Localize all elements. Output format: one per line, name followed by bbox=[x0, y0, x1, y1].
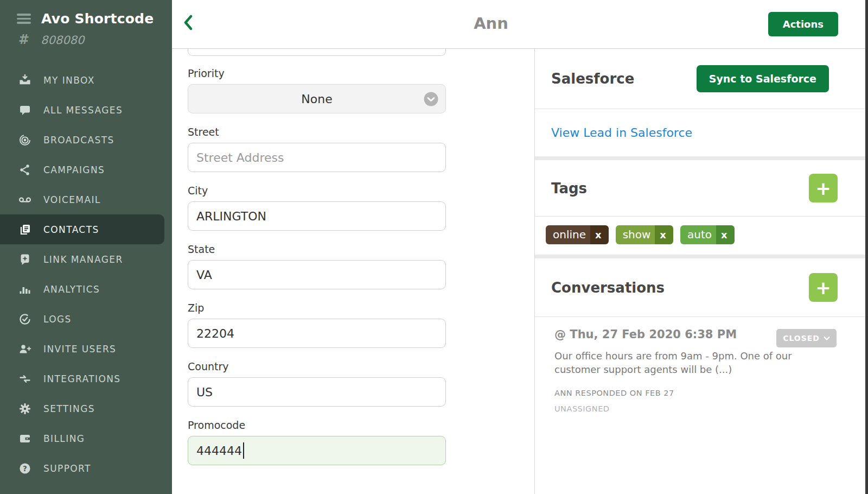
sidebar-item-logs[interactable]: LOGS bbox=[0, 304, 172, 334]
conversations-card: Conversations + @ Thu, 27 Feb 2020 6:38 … bbox=[535, 258, 868, 494]
remove-tag-icon[interactable]: x bbox=[655, 225, 673, 244]
field-state: State VA bbox=[188, 243, 534, 289]
tag-online: online x bbox=[546, 225, 609, 244]
tag-label: online bbox=[546, 225, 590, 244]
conversation-preview: Our office hours are from 9am - 9pm. One… bbox=[554, 349, 837, 376]
promocode-value: 444444 bbox=[196, 444, 242, 458]
question-circle-icon: ? bbox=[17, 462, 32, 475]
cutoff-field[interactable] bbox=[188, 49, 446, 56]
sidebar-nav: MY INBOX ALL MESSAGES BROADCASTS CAMPAIG… bbox=[0, 65, 172, 483]
sidebar-item-campaigns[interactable]: CAMPAIGNS bbox=[0, 155, 172, 185]
status-label: CLOSED bbox=[783, 334, 820, 343]
chevron-down-icon bbox=[824, 334, 830, 343]
bar-chart-icon bbox=[17, 283, 32, 296]
tag-label: auto bbox=[680, 225, 716, 244]
contact-header: Ann Actions bbox=[172, 0, 868, 49]
gear-icon bbox=[17, 402, 32, 415]
city-input[interactable]: ARLINGTON bbox=[188, 201, 446, 231]
tags-header: Tags + bbox=[535, 160, 868, 216]
broadcast-icon bbox=[17, 134, 32, 147]
field-zip: Zip 22204 bbox=[188, 302, 534, 348]
shortcode-row: # 808080 bbox=[0, 27, 172, 47]
scrollbar[interactable] bbox=[865, 0, 868, 494]
view-lead-link[interactable]: View Lead in Salesforce bbox=[551, 126, 692, 140]
field-promocode: Promocode 444444 bbox=[188, 419, 534, 465]
sidebar-item-settings[interactable]: SETTINGS bbox=[0, 394, 172, 423]
field-country: Country US bbox=[188, 360, 534, 407]
remove-tag-icon[interactable]: x bbox=[590, 225, 609, 244]
priority-value: None bbox=[301, 92, 332, 106]
tags-title: Tags bbox=[551, 180, 587, 197]
conversation-responded-note: ANN RESPONDED ON FEB 27 bbox=[554, 389, 837, 397]
street-input[interactable]: Street Address bbox=[188, 143, 446, 172]
state-value: VA bbox=[196, 268, 212, 282]
zip-input[interactable]: 22204 bbox=[188, 319, 446, 348]
voicemail-icon bbox=[17, 193, 32, 206]
priority-label: Priority bbox=[188, 67, 534, 79]
content-area: Priority None Street Street Address bbox=[172, 49, 868, 494]
tags-card: Tags + online x show x bbox=[535, 160, 868, 255]
salesforce-link-row: View Lead in Salesforce bbox=[535, 109, 868, 156]
section-gap bbox=[535, 255, 868, 258]
chat-icon bbox=[17, 104, 32, 117]
field-street: Street Street Address bbox=[188, 126, 534, 172]
promocode-input[interactable]: 444444 bbox=[188, 436, 446, 465]
field-priority: Priority None bbox=[188, 67, 534, 113]
promocode-label: Promocode bbox=[188, 419, 534, 431]
page-title: Ann bbox=[172, 14, 810, 33]
conversations-title: Conversations bbox=[551, 280, 665, 296]
sidebar-item-my-inbox[interactable]: MY INBOX bbox=[0, 65, 172, 95]
sidebar-item-support[interactable]: ? SUPPORT bbox=[0, 453, 172, 483]
section-gap bbox=[535, 156, 868, 160]
conversation-status-badge[interactable]: CLOSED bbox=[776, 329, 837, 347]
conversation-assignment: UNASSIGNED bbox=[554, 404, 837, 413]
chevron-down-icon bbox=[424, 92, 438, 106]
street-label: Street bbox=[188, 126, 534, 138]
add-user-icon bbox=[17, 343, 32, 356]
sidebar-item-voicemail[interactable]: VOICEMAIL bbox=[0, 185, 172, 214]
salesforce-card: Salesforce Sync to Salesforce View Lead … bbox=[535, 49, 868, 156]
tag-label: show bbox=[616, 225, 655, 244]
app-window: Avo Shortcode # 808080 MY INBOX ALL MESS… bbox=[0, 0, 868, 494]
inbox-icon bbox=[17, 74, 32, 86]
tag-auto: auto x bbox=[680, 225, 735, 244]
sidebar-item-invite-users[interactable]: INVITE USERS bbox=[0, 334, 172, 364]
sidebar-item-integrations[interactable]: INTEGRATIONS bbox=[0, 364, 172, 394]
sidebar-item-all-messages[interactable]: ALL MESSAGES bbox=[0, 95, 172, 125]
country-input[interactable]: US bbox=[188, 377, 446, 407]
city-label: City bbox=[188, 185, 534, 197]
street-placeholder: Street Address bbox=[196, 151, 284, 164]
contacts-icon bbox=[17, 223, 32, 236]
zip-label: Zip bbox=[188, 302, 534, 314]
hash-icon: # bbox=[18, 32, 29, 47]
conversations-header: Conversations + bbox=[535, 258, 868, 316]
wallet-icon bbox=[17, 432, 32, 445]
app-title: Avo Shortcode bbox=[41, 11, 154, 27]
logo-row: Avo Shortcode bbox=[0, 0, 172, 27]
sync-to-salesforce-button[interactable]: Sync to Salesforce bbox=[697, 65, 829, 92]
sidebar-item-analytics[interactable]: ANALYTICS bbox=[0, 274, 172, 304]
text-cursor bbox=[243, 442, 244, 459]
sidebar-item-link-manager[interactable]: LINK MANAGER bbox=[0, 244, 172, 274]
check-circle-icon bbox=[17, 313, 32, 326]
hamburger-menu-icon[interactable] bbox=[17, 14, 31, 23]
add-tag-button[interactable]: + bbox=[809, 174, 838, 202]
tag-show: show x bbox=[616, 225, 673, 244]
conversation-entry[interactable]: @ Thu, 27 Feb 2020 6:38 PM CLOSED Our of… bbox=[535, 317, 868, 413]
remove-tag-icon[interactable]: x bbox=[716, 225, 735, 244]
integrations-icon bbox=[17, 372, 32, 385]
priority-select[interactable]: None bbox=[188, 84, 446, 113]
sidebar-item-billing[interactable]: BILLING bbox=[0, 423, 172, 453]
main-area: Ann Actions Priority None Street bbox=[172, 0, 868, 494]
sidebar-item-broadcasts[interactable]: BROADCASTS bbox=[0, 125, 172, 155]
field-city: City ARLINGTON bbox=[188, 185, 534, 231]
svg-text:?: ? bbox=[23, 464, 27, 472]
salesforce-header: Salesforce Sync to Salesforce bbox=[535, 49, 868, 109]
country-label: Country bbox=[188, 360, 534, 372]
state-input[interactable]: VA bbox=[188, 260, 446, 289]
add-conversation-button[interactable]: + bbox=[809, 273, 838, 302]
actions-button[interactable]: Actions bbox=[768, 12, 838, 36]
share-icon bbox=[17, 163, 32, 176]
country-value: US bbox=[196, 385, 213, 399]
sidebar-item-contacts[interactable]: CONTACTS bbox=[0, 214, 164, 244]
